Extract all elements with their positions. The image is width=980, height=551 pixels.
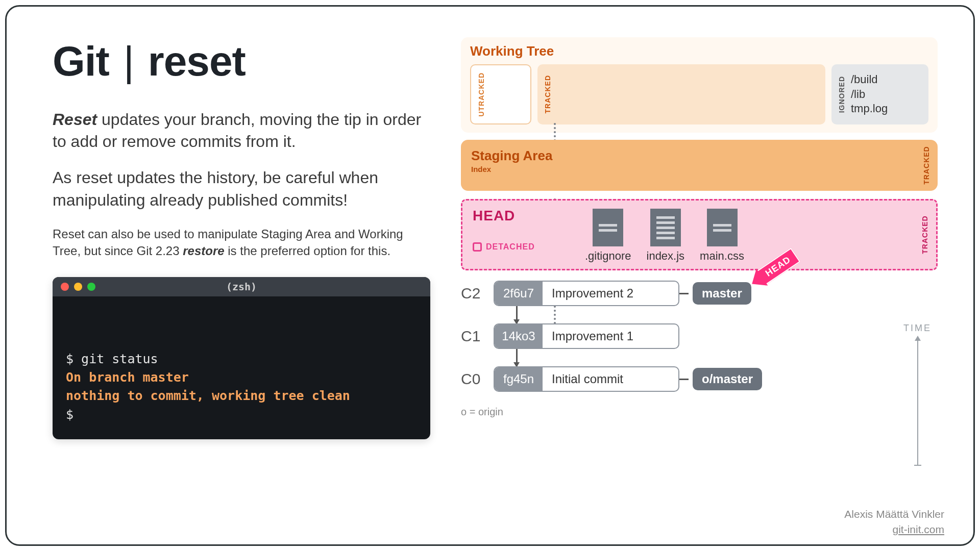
para1-bold: Reset	[53, 110, 97, 129]
origin-note: o = origin	[461, 406, 938, 418]
branch-label: master	[693, 282, 751, 305]
ignored-list: /build/libtmp.log	[851, 72, 888, 116]
file-icon	[650, 209, 681, 246]
page-title: Git | reset	[53, 37, 430, 85]
commit-label: C0	[461, 370, 485, 388]
commit-row: C114ko3Improvement 1	[461, 323, 938, 349]
ignored-box: IGNORED /build/libtmp.log	[831, 64, 928, 124]
untracked-label: UTRACKED	[477, 72, 485, 117]
commit-box: fg45nInitial commit	[494, 366, 679, 392]
head-file: .gitignore	[585, 209, 631, 263]
para3-bold: restore	[183, 244, 224, 258]
detached-label: DETACHED	[486, 242, 535, 252]
terminal-line: $	[66, 406, 417, 424]
terminal-title: (zsh)	[53, 281, 430, 293]
commit-arrow-icon	[516, 349, 518, 366]
terminal-line: On branch master	[66, 368, 417, 387]
commit-row: C22f6u7Improvement 2master	[461, 281, 938, 306]
diagram-frame: Git | reset Reset updates your branch, m…	[5, 5, 975, 546]
commit-arrow-icon	[516, 306, 518, 323]
untracked-box: UTRACKED	[470, 64, 531, 124]
ignored-label: IGNORED	[838, 76, 846, 113]
terminal-header: (zsh)	[53, 277, 430, 296]
commit-hash: 14ko3	[495, 324, 543, 348]
branch-connector	[679, 293, 689, 294]
time-axis: TIME	[903, 323, 932, 466]
working-tree-row: UTRACKED TRACKED IGNORED /build/libtmp.l…	[470, 64, 928, 124]
time-arrow-icon	[917, 337, 918, 466]
terminal-body: $ git statusOn branch masternothing to c…	[53, 296, 430, 439]
detached-checkbox-icon	[473, 242, 482, 252]
commit-row: C0fg45nInitial commito/master	[461, 366, 938, 392]
commit-list: HEAD C22f6u7Improvement 2masterC114ko3Im…	[461, 281, 938, 392]
credit-site: git-init.com	[844, 522, 944, 537]
commit-label: C1	[461, 328, 485, 345]
ignored-file: tmp.log	[851, 102, 888, 116]
title-pipe: |	[124, 38, 134, 84]
staging-tracked-label: TRACKED	[922, 146, 930, 184]
staging-subtitle: Index	[471, 165, 927, 173]
head-file-label: .gitignore	[585, 249, 631, 263]
head-file: index.js	[647, 209, 685, 263]
working-tree-box: Working Tree UTRACKED TRACKED IGNORED /b…	[461, 37, 938, 133]
head-box: HEAD DETACHED .gitignoreindex.jsmain.css…	[461, 199, 938, 270]
ignored-file: /build	[851, 72, 888, 87]
branch-connector	[679, 379, 689, 380]
file-icon	[593, 209, 623, 246]
commit-message: Improvement 1	[543, 324, 678, 348]
title-left: Git	[53, 38, 109, 84]
tracked-label: TRACKED	[544, 75, 552, 113]
credit-author: Alexis Määttä Vinkler	[844, 507, 944, 521]
terminal-window: (zsh) $ git statusOn branch masternothin…	[53, 277, 430, 439]
title-right: reset	[148, 38, 246, 84]
ignored-file: /lib	[851, 87, 888, 102]
staging-title: Staging Area	[471, 148, 927, 164]
para1-rest: updates your branch, moving the tip in o…	[53, 110, 421, 151]
head-tracked-label: TRACKED	[921, 215, 929, 254]
tracked-box: TRACKED	[537, 64, 825, 124]
paragraph-1: Reset updates your branch, moving the ti…	[53, 109, 430, 153]
commit-message: Improvement 2	[543, 282, 678, 305]
commit-label: C2	[461, 285, 485, 302]
terminal-line: $ git status	[66, 350, 417, 368]
commit-hash: fg45n	[495, 367, 543, 391]
head-files: .gitignoreindex.jsmain.css	[585, 209, 744, 263]
head-file: main.css	[700, 209, 744, 263]
commit-box: 14ko3Improvement 1	[494, 323, 679, 349]
head-file-label: index.js	[647, 249, 685, 263]
commit-message: Initial commit	[543, 367, 678, 391]
credit-block: Alexis Määttä Vinkler git-init.com	[844, 507, 944, 537]
file-icon	[707, 209, 738, 246]
staging-area-box: Staging Area Index TRACKED	[461, 140, 938, 191]
paragraph-2: As reset updates the history, be careful…	[53, 167, 430, 211]
terminal-line: nothing to commit, working tree clean	[66, 387, 417, 405]
paragraph-3: Reset can also be used to manipulate Sta…	[53, 226, 430, 260]
head-file-label: main.css	[700, 249, 744, 263]
left-column: Git | reset Reset updates your branch, m…	[53, 37, 430, 524]
right-column: Working Tree UTRACKED TRACKED IGNORED /b…	[461, 37, 938, 524]
branch-label: o/master	[693, 368, 762, 390]
time-label: TIME	[903, 323, 932, 334]
para3-post: is the preferred option for this.	[225, 244, 391, 258]
working-tree-title: Working Tree	[470, 43, 928, 59]
commit-hash: 2f6u7	[495, 282, 543, 305]
commit-box: 2f6u7Improvement 2	[494, 281, 679, 306]
